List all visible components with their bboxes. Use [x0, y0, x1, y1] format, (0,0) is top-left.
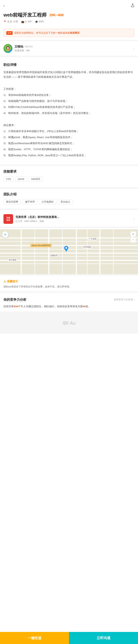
hr-section[interactable]: v 王惟怡 刚刚活跃 完美世界 · HR › [0, 41, 138, 56]
team-tag-culture: 公司氛围好 [39, 199, 56, 204]
job-meta: 📍 北京·小营 💼 3~5年 🎓 本科 [4, 20, 134, 23]
apply-button[interactable]: 一键投递 [0, 632, 69, 644]
skill-tag-js: js/es6 [15, 176, 27, 182]
team-tag-mobile: 移动互联网 [4, 199, 21, 204]
skills-tags: CSS js/es6 web语言 [4, 176, 134, 182]
urgent-label: 急聘 [6, 31, 12, 35]
company-section[interactable]: 完美世界 完美世界（北京）软件科技发展有... 已上市 · 1000~9999人… [0, 212, 138, 226]
skill-tag-css: CSS [4, 176, 14, 182]
section-divider-4 [0, 226, 138, 228]
section-divider-6 [0, 291, 138, 292]
hr-status: 刚刚活跃 [25, 45, 33, 48]
map-road [34, 229, 35, 274]
urgent-text: 该职位为急聘职位，你可以点击下方的一键投递直接发送简历 [14, 31, 80, 35]
map-road [99, 229, 100, 274]
education-icon: 🎓 [35, 20, 38, 23]
job-title: web前端开发工程师 [4, 12, 46, 18]
svg-point-7 [5, 234, 6, 235]
team-tag-beauty: 美女如云 [58, 199, 73, 204]
section-divider-1 [0, 40, 138, 41]
job-detail-content: 完美集团在世界范围内寻找前端开发英才加入到我们这个世界级团队中来，并共同建设旨在… [4, 70, 134, 158]
section-divider-2 [0, 56, 138, 57]
job-experience: 💼 3~5年 [21, 20, 32, 23]
svg-rect-2 [7, 49, 9, 50]
warning-section: ⚠ 温馨提示 该Boss承诺名下所有职位不向您收费，如有不实，请立即举报。 [0, 277, 138, 291]
map-road [21, 229, 22, 274]
hr-info: 王惟怡 刚刚活跃 完美世界 · HR [14, 45, 33, 52]
company-info: 完美世界（北京）软件科技发展有... 已上市 · 1000~9999人 · 游戏 [16, 215, 59, 223]
team-section: 团队介绍 移动互联网 扁平管理 公司氛围好 美女如云 [0, 187, 138, 209]
warning-title: ⚠ 温馨提示 [4, 280, 134, 283]
map-zoom-in-button[interactable]: + [130, 232, 136, 237]
bottom-spacer [0, 334, 138, 346]
ibi-section: IBI Au [0, 313, 138, 334]
comp-tool-link[interactable]: 使用竞争力分析器 › [114, 298, 134, 301]
back-button[interactable]: ‹ [4, 4, 5, 8]
map-section: 张江新苑 贝越住区 广兰名居 外环高速 Jepson Bread警察局店 [0, 229, 138, 274]
location-icon: 📍 [4, 20, 6, 23]
section-divider-7 [0, 312, 138, 313]
warning-icon: ⚠ [4, 280, 6, 283]
section-divider-5 [0, 274, 138, 276]
comp-title: 你的竞争力分析 [4, 298, 26, 302]
map-road [48, 229, 49, 274]
verified-badge: v [9, 50, 12, 53]
comp-header: 你的竞争力分析 使用竞争力分析器 › [4, 298, 134, 302]
map-road [76, 229, 77, 274]
svg-point-6 [66, 247, 67, 249]
map-road [62, 229, 62, 274]
job-detail-title: 职位详情 [4, 62, 134, 67]
job-education: 🎓 本科 [35, 20, 44, 23]
map-label: 广兰名居 [88, 238, 97, 240]
job-header: web前端开发工程师 20K~40K 📍 北京·小营 💼 3~5年 🎓 本科 [0, 10, 138, 27]
top-navigation: ‹ [0, 0, 138, 10]
company-left: 完美世界 完美世界（北京）软件科技发展有... 已上市 · 1000~9999人… [4, 214, 59, 224]
hr-name-row: 王惟怡 刚刚活跃 [14, 45, 33, 48]
company-logo: 完美世界 [4, 214, 13, 224]
job-location: 📍 北京·小营 [4, 20, 18, 23]
hr-name: 王惟怡 [14, 45, 23, 48]
warning-text: 该Boss承诺名下所有职位不向您收费，如有不实，请立即举报。 [4, 285, 134, 288]
urgent-banner: 急聘 该职位为急聘职位，你可以点击下方的一键投递直接发送简历 [4, 29, 134, 37]
avatar: v [4, 44, 12, 53]
map-placeholder[interactable]: 张江新苑 贝越住区 广兰名居 外环高速 Jepson Bread警察局店 [0, 229, 138, 274]
job-salary: 20K~40K [49, 13, 64, 17]
map-road [87, 229, 88, 274]
company-name: 完美世界（北京）软件科技发展有... [16, 215, 59, 219]
map-zoom-out-button[interactable]: − [130, 237, 136, 242]
map-location-button[interactable] [2, 232, 8, 238]
map-location-label: Jepson Bread警察局店 [30, 244, 52, 247]
share-button[interactable] [131, 4, 134, 8]
hr-role: 完美世界 · HR [14, 49, 33, 52]
svg-marker-5 [65, 249, 68, 252]
comp-text: 目前共有434个牛人沟通过该职位，相比他们，你的综合竞争排名为第34名。 [4, 304, 134, 309]
skill-tag-web: web语言 [28, 176, 43, 182]
map-road [113, 229, 114, 274]
map-background: 张江新苑 贝越住区 广兰名居 外环高速 Jepson Bread警察局店 [0, 229, 138, 274]
company-chevron-icon: › [133, 217, 134, 221]
job-detail-section: 职位详情 完美集团在世界范围内寻找前端开发英才加入到我们这个世界级团队中来，并共… [0, 58, 138, 163]
team-tag-flat: 扁平管理 [22, 199, 37, 204]
skills-title: 技能要求 [4, 169, 134, 174]
briefcase-icon: 💼 [21, 20, 24, 23]
ibi-text: IBI Au [62, 320, 76, 326]
bottom-action-bar: 一键投递 立即沟通 [0, 632, 138, 644]
competitiveness-section: 你的竞争力分析 使用竞争力分析器 › 目前共有434个牛人沟通过该职位，相比他们… [0, 294, 138, 312]
team-title: 团队介绍 [4, 192, 134, 196]
map-label: 外环高速 [83, 246, 92, 248]
map-zoom-controls: + − [130, 232, 136, 242]
map-pin [64, 246, 69, 252]
hr-left: v 王惟怡 刚刚活跃 完美世界 · HR [4, 44, 33, 53]
company-meta: 已上市 · 1000~9999人 · 游戏 [16, 220, 59, 223]
map-label: 贝越住区 [50, 254, 58, 257]
section-divider-3 [0, 209, 138, 210]
chevron-right-icon: › [133, 46, 134, 50]
svg-point-3 [7, 47, 9, 49]
team-tags: 移动互联网 扁平管理 公司氛围好 美女如云 [4, 199, 134, 204]
skills-section: 技能要求 CSS js/es6 web语言 [0, 164, 138, 186]
map-label: 张江新苑 [8, 258, 17, 262]
chat-button[interactable]: 立即沟通 [69, 632, 138, 644]
